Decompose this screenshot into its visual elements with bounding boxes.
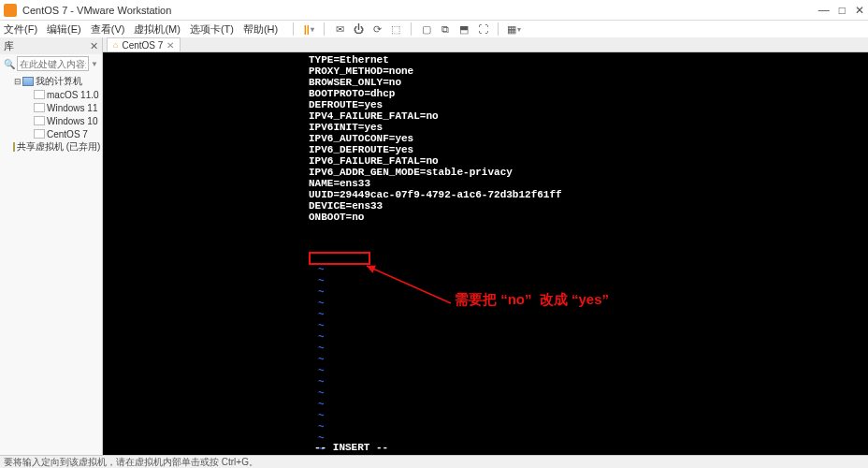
term-line: TYPE=Ethernet: [309, 54, 562, 66]
screen2-icon[interactable]: ⧉: [439, 22, 452, 36]
term-line: ONBOOT=no: [309, 212, 562, 223]
search-input[interactable]: [17, 56, 89, 71]
svg-line-0: [367, 266, 451, 303]
sidebar-title: 库: [4, 39, 14, 53]
separator: [293, 22, 294, 36]
menubar: 文件(F) 编辑(E) 查看(V) 虚拟机(M) 选项卡(T) 帮助(H) ||…: [0, 21, 868, 37]
home-icon: ⌂: [113, 40, 118, 50]
fullscreen-icon[interactable]: ⛶: [476, 22, 489, 36]
screen3-icon[interactable]: ⬒: [457, 22, 470, 36]
terminal-empty-markers: ~~~~~~~~~~~~~~~~~~~~: [318, 264, 325, 455]
separator: [498, 22, 499, 36]
content-area: ⌂ CentOS 7 ✕ TYPE=Ethernet PROXY_METHOD=…: [103, 37, 868, 455]
sidebar-header: 库 ✕: [0, 37, 102, 54]
power-icon[interactable]: ⏻: [352, 22, 365, 36]
tree-item-macos[interactable]: macOS 11.0: [2, 88, 100, 101]
menu-file[interactable]: 文件(F): [4, 22, 37, 37]
term-line: NAME=ens33: [309, 178, 562, 189]
close-button[interactable]: ✕: [855, 5, 864, 16]
view-mode-button[interactable]: ▦: [507, 22, 520, 36]
tree-item-centos7[interactable]: CentOS 7: [2, 127, 100, 140]
term-line: IPV6INIT=yes: [309, 122, 562, 133]
term-line: DEVICE=ens33: [309, 200, 562, 212]
vim-mode-line: -- INSERT --: [314, 442, 388, 453]
window-titlebar: CentOS 7 - VMware Workstation — □ ✕: [0, 0, 868, 21]
sidebar-close-icon[interactable]: ✕: [90, 40, 98, 52]
tab-label: CentOS 7: [122, 40, 163, 51]
main-area: 库 ✕ 🔍 ▼ ⊟我的计算机 macOS 11.0 Windows 11 Win…: [0, 37, 868, 455]
tool-icon[interactable]: ⬚: [389, 22, 402, 36]
term-line: IPV6_DEFROUTE=yes: [309, 144, 562, 155]
vm-tree: ⊟我的计算机 macOS 11.0 Windows 11 Windows 10 …: [0, 73, 102, 155]
term-line: IPV6_ADDR_GEN_MODE=stable-privacy: [309, 167, 562, 178]
search-icon: 🔍: [4, 59, 15, 69]
tree-item-win10[interactable]: Windows 10: [2, 114, 100, 127]
term-line: UUID=29449cac-07f9-4792-a1c6-72d3b12f61f…: [309, 189, 562, 200]
tree-label: 我的计算机: [36, 75, 82, 88]
tree-label: 共享虚拟机 (已弃用): [17, 140, 100, 154]
terminal-lines: TYPE=Ethernet PROXY_METHOD=none BROWSER_…: [309, 54, 562, 223]
window-controls: — □ ✕: [818, 5, 864, 16]
menu-edit[interactable]: 编辑(E): [47, 22, 81, 37]
snapshot-icon[interactable]: ⟳: [370, 22, 383, 36]
menu-tabs[interactable]: 选项卡(T): [190, 22, 234, 37]
minimize-button[interactable]: —: [818, 5, 830, 16]
status-bar: 要将输入定向到该虚拟机，请在虚拟机内部单击或按 Ctrl+G。: [0, 455, 868, 468]
tab-strip: ⌂ CentOS 7 ✕: [103, 37, 868, 52]
pause-button[interactable]: ||: [302, 22, 315, 36]
annotation-arrow: [361, 262, 455, 309]
term-line: IPV6_FAILURE_FATAL=no: [309, 155, 562, 167]
tree-label: macOS 11.0: [47, 90, 99, 100]
tree-item-win11[interactable]: Windows 11: [2, 101, 100, 114]
screen1-icon[interactable]: ▢: [420, 22, 433, 36]
term-line: IPV6_AUTOCONF=yes: [309, 133, 562, 144]
search-dropdown-icon[interactable]: ▼: [91, 60, 98, 68]
maximize-button[interactable]: □: [839, 5, 846, 16]
tree-root-my-computer[interactable]: ⊟我的计算机: [2, 75, 100, 88]
separator: [324, 22, 325, 36]
status-text: 要将输入定向到该虚拟机，请在虚拟机内部单击或按 Ctrl+G。: [4, 456, 258, 469]
tab-close-icon[interactable]: ✕: [166, 40, 174, 51]
tree-label: Windows 11: [47, 103, 97, 113]
tab-centos7[interactable]: ⌂ CentOS 7 ✕: [107, 37, 181, 51]
annotation-text: 需要把 “no” 改成 “yes”: [455, 294, 609, 305]
term-line: BROWSER_ONLY=no: [309, 77, 562, 88]
app-icon: [4, 4, 17, 17]
tree-label: Windows 10: [47, 116, 97, 126]
terminal[interactable]: TYPE=Ethernet PROXY_METHOD=none BROWSER_…: [103, 52, 868, 455]
window-title: CentOS 7 - VMware Workstation: [22, 5, 818, 16]
term-line: BOOTPROTO=dhcp: [309, 88, 562, 99]
menu-view[interactable]: 查看(V): [91, 22, 125, 37]
send-icon[interactable]: ✉: [333, 22, 346, 36]
separator: [411, 22, 412, 36]
annotation-highlight-box: [309, 252, 370, 265]
term-line: DEFROUTE=yes: [309, 99, 562, 110]
sidebar: 库 ✕ 🔍 ▼ ⊟我的计算机 macOS 11.0 Windows 11 Win…: [0, 37, 103, 455]
tree-shared-vms[interactable]: 共享虚拟机 (已弃用): [2, 140, 100, 154]
term-line: PROXY_METHOD=none: [309, 66, 562, 77]
tree-label: CentOS 7: [47, 129, 88, 139]
sidebar-search: 🔍 ▼: [0, 54, 102, 73]
menu-help[interactable]: 帮助(H): [243, 22, 278, 37]
menu-vm[interactable]: 虚拟机(M): [134, 22, 181, 37]
term-line: IPV4_FAILURE_FATAL=no: [309, 110, 562, 122]
